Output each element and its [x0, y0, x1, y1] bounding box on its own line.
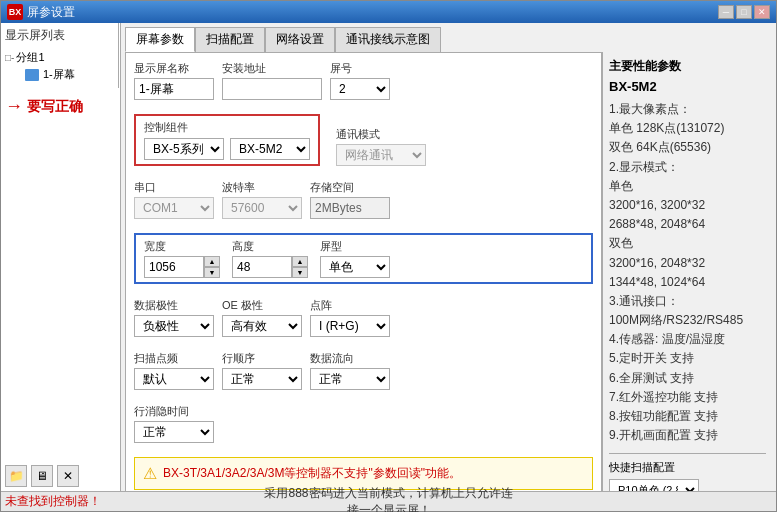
polarity-select[interactable]: 负极性	[134, 315, 214, 337]
annotation-arrow-icon: →	[5, 96, 23, 117]
dimension-box: 宽度 ▲ ▼ 高度	[134, 233, 593, 284]
row-scan: 扫描点频 默认 行顺序 正常 数据流向	[134, 351, 593, 390]
folder-icon-btn[interactable]: 📁	[5, 465, 27, 487]
oe-polarity-group: OE 极性 高有效	[222, 298, 302, 337]
row-port: 串口 COM1 波特率 57600 存储空间	[134, 180, 593, 219]
width-up-btn[interactable]: ▲	[204, 256, 220, 267]
scan-order-group: 行顺序 正常	[222, 351, 302, 390]
install-addr-group: 安装地址	[222, 61, 322, 100]
annotation-text: 要写正确	[27, 98, 83, 116]
port-label: 串口	[134, 180, 214, 195]
info-section: 1.最大像素点： 单色 128K点(131072) 双色 64K点(65536)…	[609, 100, 766, 445]
info-item-5: 3200*16, 3200*32	[609, 196, 766, 215]
control-group-label: 控制组件	[144, 120, 310, 135]
tab-network[interactable]: 网络设置	[265, 27, 335, 52]
control-model-select[interactable]: BX-5M2	[230, 138, 310, 160]
storage-label: 存储空间	[310, 180, 390, 195]
right-info-panel: 主要性能参数 BX-5M2 1.最大像素点： 单色 128K点(131072) …	[602, 52, 772, 491]
comm-mode-group: 通讯模式 网络通讯	[336, 127, 426, 166]
scan-freq-label: 扫描点频	[134, 351, 214, 366]
baud-select[interactable]: 57600	[222, 197, 302, 219]
row-time-select[interactable]: 正常	[134, 421, 214, 443]
annotation-area: → 要写正确	[1, 88, 120, 125]
maximize-button[interactable]: □	[736, 5, 752, 19]
scan-order-select[interactable]: 正常	[222, 368, 302, 390]
data-dir-label: 数据流向	[310, 351, 390, 366]
scan-freq-group: 扫描点频 默认	[134, 351, 214, 390]
left-bottom-icons: 📁 🖥 ✕	[1, 461, 120, 491]
height-up-btn[interactable]: ▲	[292, 256, 308, 267]
minimize-button[interactable]: ─	[718, 5, 734, 19]
control-series-select[interactable]: BX-5系列	[144, 138, 224, 160]
screen-name-input[interactable]	[134, 78, 214, 100]
row-polarity: 数据极性 负极性 OE 极性 高有效 点阵	[134, 298, 593, 337]
height-spinner: ▲ ▼	[232, 256, 308, 278]
info-item-9: 1344*48, 1024*64	[609, 273, 766, 292]
tree-root-label: 分组1	[16, 50, 44, 65]
window-title: 屏参设置	[27, 4, 75, 21]
monitor-icon-btn[interactable]: 🖥	[31, 465, 53, 487]
height-label: 高度	[232, 239, 308, 254]
monitor-icon	[25, 69, 39, 81]
height-group: 高度 ▲ ▼	[232, 239, 308, 278]
install-addr-label: 安装地址	[222, 61, 322, 76]
comm-mode-select[interactable]: 网络通讯	[336, 144, 426, 166]
quick-scan-row: P10单色 (2.8)	[609, 479, 766, 491]
info-item-13: 5.定时开关 支持	[609, 349, 766, 368]
screen-type-select[interactable]: 单色	[320, 256, 390, 278]
screen-no-select[interactable]: 2	[330, 78, 390, 100]
quick-scan-title: 快捷扫描配置	[609, 460, 766, 475]
screen-name-label: 显示屏名称	[134, 61, 214, 76]
port-group: 串口 COM1	[134, 180, 214, 219]
tree-child-label: 1-屏幕	[43, 67, 75, 82]
left-panel: 显示屏列表 □- 分组1 1-屏幕	[1, 23, 119, 88]
info-item-10: 3.通讯接口：	[609, 292, 766, 311]
dot-matrix-label: 点阵	[310, 298, 390, 313]
quick-scan-section: 快捷扫描配置 P10单色 (2.8) 加载扫描配置	[609, 453, 766, 491]
tree-expand-icon: □-	[5, 52, 14, 63]
tree-root[interactable]: □- 分组1 1-屏幕	[5, 48, 114, 84]
screen-name-group: 显示屏名称	[134, 61, 214, 100]
main-content: 显示屏列表 □- 分组1 1-屏幕 → 要写正确	[1, 23, 776, 491]
height-down-btn[interactable]: ▼	[292, 267, 308, 278]
delete-icon-btn[interactable]: ✕	[57, 465, 79, 487]
status-bar: 未查找到控制器！ 采用888密码进入当前模式，计算机上只允许连接一个显示屏！	[1, 491, 776, 511]
comm-mode-label: 通讯模式	[336, 127, 426, 142]
tab-scan-config[interactable]: 扫描配置	[195, 27, 265, 52]
dot-matrix-select[interactable]: I (R+G)	[310, 315, 390, 337]
tab-bar: 屏幕参数 扫描配置 网络设置 通讯接线示意图	[125, 27, 772, 52]
width-input[interactable]	[144, 256, 204, 278]
info-item-7: 双色	[609, 234, 766, 253]
tab-screen-params[interactable]: 屏幕参数	[125, 27, 195, 52]
status-left: 未查找到控制器！	[5, 493, 258, 510]
info-item-6: 2688*48, 2048*64	[609, 215, 766, 234]
tab-comm-diagram[interactable]: 通讯接线示意图	[335, 27, 441, 52]
close-button[interactable]: ✕	[754, 5, 770, 19]
app-icon: BX	[7, 4, 23, 20]
info-item-4: 单色	[609, 177, 766, 196]
dot-matrix-group: 点阵 I (R+G)	[310, 298, 390, 337]
quick-scan-select[interactable]: P10单色 (2.8)	[609, 479, 699, 491]
scan-freq-select[interactable]: 默认	[134, 368, 214, 390]
width-group: 宽度 ▲ ▼	[144, 239, 220, 278]
info-item-8: 3200*16, 2048*32	[609, 254, 766, 273]
oe-polarity-select[interactable]: 高有效	[222, 315, 302, 337]
row-blanking: 行消隐时间 正常	[134, 404, 593, 443]
width-spinner: ▲ ▼	[144, 256, 220, 278]
info-item-0: 1.最大像素点：	[609, 100, 766, 119]
port-select[interactable]: COM1	[134, 197, 214, 219]
tree-child[interactable]: 1-屏幕	[5, 67, 114, 82]
width-down-btn[interactable]: ▼	[204, 267, 220, 278]
screen-type-group: 屏型 单色	[320, 239, 390, 278]
width-label: 宽度	[144, 239, 220, 254]
screen-no-group: 屏号 2	[330, 61, 390, 100]
storage-input	[310, 197, 390, 219]
height-input[interactable]	[232, 256, 292, 278]
install-addr-input[interactable]	[222, 78, 322, 100]
info-item-17: 9.开机画面配置 支持	[609, 426, 766, 445]
oe-polarity-label: OE 极性	[222, 298, 302, 313]
data-dir-select[interactable]: 正常	[310, 368, 390, 390]
screen-no-label: 屏号	[330, 61, 390, 76]
info-item-11: 100M网络/RS232/RS485	[609, 311, 766, 330]
status-mid: 采用888密码进入当前模式，计算机上只允许连接一个显示屏！	[262, 485, 515, 513]
